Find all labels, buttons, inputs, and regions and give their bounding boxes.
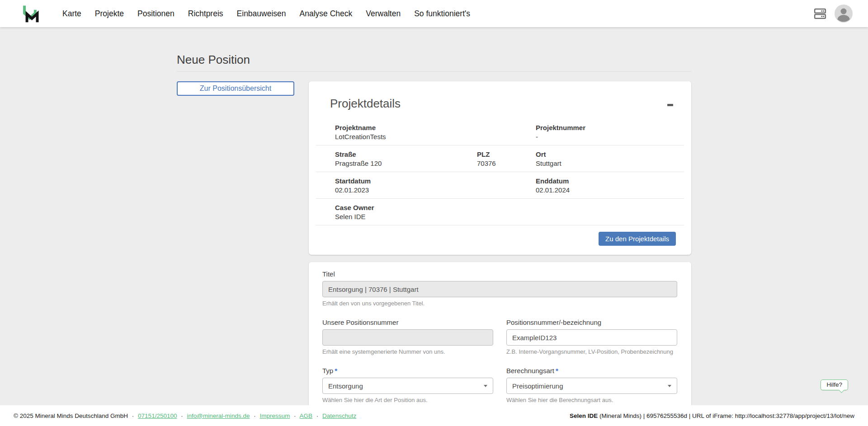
footer-left: © 2025 Mineral Minds Deutschland GmbH · … xyxy=(14,412,356,419)
typ-label: Typ* xyxy=(322,367,493,375)
berechnungsart-required-asterisk: * xyxy=(556,367,558,375)
main-content: Neue Position Zur Positionsübersicht Pro… xyxy=(0,27,868,405)
mineral-minds-logo-icon[interactable] xyxy=(20,3,40,24)
server-stack-icon[interactable] xyxy=(813,7,827,20)
positionsnummer-field: Positionsnummer/-bezeichnung Z.B. Intern… xyxy=(506,318,677,355)
titel-field: Titel Erhält den von uns vorgegebenen Ti… xyxy=(322,270,677,307)
strasse-label: Straße xyxy=(335,150,477,158)
berechnungsart-select[interactable]: Preisoptimierung xyxy=(506,378,677,394)
typ-select[interactable]: Entsorgung xyxy=(322,378,493,394)
unsere-positionsnummer-field: Unsere Positionsnummer Erhält eine syste… xyxy=(322,318,493,355)
positionsnummer-label: Positionsnummer/-bezeichnung xyxy=(506,318,677,326)
projektname-label: Projektname xyxy=(335,124,536,131)
berechnungsart-select-value: Preisoptimierung xyxy=(512,382,563,390)
footer-separator: · xyxy=(316,412,319,419)
projektnummer-value: - xyxy=(536,133,684,140)
titel-helper: Erhält den von uns vorgegebenen Titel. xyxy=(322,300,677,307)
footer-separator: · xyxy=(294,412,296,419)
top-navbar: Karte Projekte Positionen Richtpreis Ein… xyxy=(0,0,868,27)
strasse-value: Pragstraße 120 xyxy=(335,159,477,167)
nav-item-einbauweisen[interactable]: Einbauweisen xyxy=(237,0,286,27)
nav-item-karte[interactable]: Karte xyxy=(62,0,81,27)
berechnungsart-field: Berechnungsart* Preisoptimierung Wählen … xyxy=(506,367,677,403)
positionsnummer-helper: Z.B. Interne-Vorgangsnummer, LV-Position… xyxy=(506,348,677,355)
project-row-name-number: Projektname LotCreationTests Projektnumm… xyxy=(316,119,684,145)
typ-field: Typ* Entsorgung Wählen Sie hier die Art … xyxy=(322,367,493,403)
user-avatar-icon[interactable] xyxy=(835,5,853,23)
main-navigation: Karte Projekte Positionen Richtpreis Ein… xyxy=(62,0,470,27)
nav-item-verwalten[interactable]: Verwalten xyxy=(366,0,401,27)
nav-item-projekte[interactable]: Projekte xyxy=(95,0,124,27)
nav-item-analyse-check[interactable]: Analyse Check xyxy=(300,0,353,27)
page-footer: © 2025 Mineral Minds Deutschland GmbH · … xyxy=(0,405,868,426)
plz-value: 70376 xyxy=(477,159,536,167)
project-details-card: Projektdetails Projektname LotCreationTe… xyxy=(309,81,691,255)
typ-helper: Wählen Sie hier die Art der Position aus… xyxy=(322,397,493,403)
projektnummer-label: Projektnummer xyxy=(536,124,684,131)
back-to-positions-button[interactable]: Zur Positionsübersicht xyxy=(177,81,294,96)
project-row-case-owner: Case Owner Selen IDE xyxy=(316,198,684,225)
typ-required-asterisk: * xyxy=(335,367,337,375)
footer-session-info: Selen IDE (Mineral Minds) | 69576255536d… xyxy=(570,412,854,419)
footer-phone-link[interactable]: 07151/250100 xyxy=(138,412,177,419)
startdatum-value: 02.01.2023 xyxy=(335,186,536,194)
chevron-down-icon xyxy=(668,385,671,387)
unsere-positionsnummer-label: Unsere Positionsnummer xyxy=(322,318,493,326)
titel-label: Titel xyxy=(322,270,677,278)
berechnungsart-label: Berechnungsart* xyxy=(506,367,677,375)
positionsnummer-input[interactable] xyxy=(506,329,677,346)
new-position-form-card: Titel Erhält den von uns vorgegebenen Ti… xyxy=(309,262,691,405)
case-owner-label: Case Owner xyxy=(335,204,684,211)
ort-value: Stuttgart xyxy=(536,159,684,167)
ort-label: Ort xyxy=(536,150,684,158)
collapse-minus-icon[interactable] xyxy=(666,101,674,109)
project-row-address: Straße Pragstraße 120 PLZ 70376 Ort Stut… xyxy=(316,145,684,172)
footer-separator: · xyxy=(254,412,256,419)
nav-item-so-funktionierts[interactable]: So funktioniert's xyxy=(414,0,470,27)
case-owner-value: Selen IDE xyxy=(335,213,684,220)
footer-user-name: Selen IDE xyxy=(570,412,598,419)
plz-label: PLZ xyxy=(477,150,536,158)
project-details-title: Projektdetails xyxy=(330,97,691,111)
project-row-dates: Startdatum 02.01.2023 Enddatum 02.01.202… xyxy=(316,172,684,198)
typ-select-value: Entsorgung xyxy=(328,382,363,390)
enddatum-label: Enddatum xyxy=(536,177,684,185)
nav-item-positionen[interactable]: Positionen xyxy=(137,0,175,27)
footer-agb-link[interactable]: AGB xyxy=(300,412,313,419)
title-divider xyxy=(177,71,691,72)
footer-impressum-link[interactable]: Impressum xyxy=(260,412,290,419)
projektname-value: LotCreationTests xyxy=(335,133,536,140)
berechnungsart-helper: Wählen Sie hier die Berechnungsart aus. xyxy=(506,397,677,403)
unsere-positionsnummer-helper: Erhält eine systemgenerierte Nummer von … xyxy=(322,348,493,355)
footer-session-details: (Mineral Minds) | 69576255536d | URL of … xyxy=(598,412,854,419)
footer-email-link[interactable]: info@mineral-minds.de xyxy=(187,412,250,419)
titel-input[interactable] xyxy=(322,281,677,297)
navbar-right-actions xyxy=(813,5,853,23)
footer-datenschutz-link[interactable]: Datenschutz xyxy=(322,412,356,419)
unsere-positionsnummer-input[interactable] xyxy=(322,329,493,346)
chevron-down-icon xyxy=(484,385,487,387)
footer-separator: · xyxy=(181,412,183,419)
go-to-project-details-button[interactable]: Zu den Projektdetails xyxy=(599,232,676,246)
footer-separator: · xyxy=(132,412,134,419)
copyright-text: © 2025 Mineral Minds Deutschland GmbH xyxy=(14,412,128,419)
page-title: Neue Position xyxy=(177,53,691,67)
nav-item-richtpreis[interactable]: Richtpreis xyxy=(188,0,223,27)
enddatum-value: 02.01.2024 xyxy=(536,186,684,194)
help-button[interactable]: Hilfe? xyxy=(821,379,848,390)
startdatum-label: Startdatum xyxy=(335,177,536,185)
